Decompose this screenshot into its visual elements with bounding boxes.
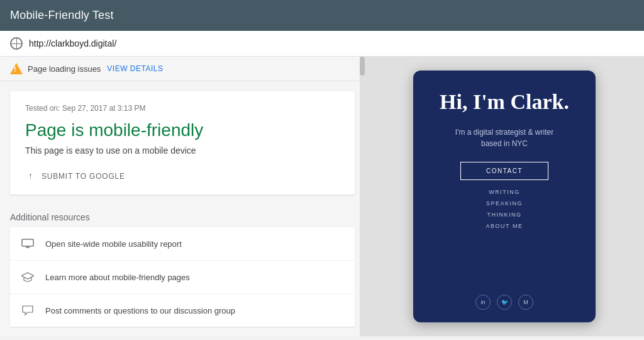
preview-nav-writing: WRITING <box>489 189 520 195</box>
svg-rect-0 <box>22 239 33 246</box>
warning-icon <box>10 63 23 74</box>
url-display[interactable]: http://clarkboyd.digital/ <box>29 38 116 48</box>
url-bar: http://clarkboyd.digital/ <box>0 31 644 57</box>
upload-icon <box>25 171 36 182</box>
left-panel: Page loading issues VIEW DETAILS Tested … <box>0 57 365 336</box>
resource-item-1[interactable]: Open site-wide mobile usability report <box>10 227 355 261</box>
warning-bar: Page loading issues VIEW DETAILS <box>0 57 365 81</box>
submit-label: SUBMIT TO GOOGLE <box>42 172 125 181</box>
preview-nav-about: ABOUT ME <box>486 223 523 229</box>
resource-label-2: Learn more about mobile-friendly pages <box>45 273 190 282</box>
resource-label-1: Open site-wide mobile usability report <box>45 239 182 249</box>
twitter-icon: 🐦 <box>497 295 512 310</box>
resource-item-3[interactable]: Post comments or questions to our discus… <box>10 294 355 327</box>
tested-on-label: Tested on: Sep 27, 2017 at 3:13 PM <box>25 104 340 113</box>
mobile-friendly-description: This page is easy to use on a mobile dev… <box>25 145 340 156</box>
globe-icon <box>10 37 23 50</box>
result-card: Tested on: Sep 27, 2017 at 3:13 PM Page … <box>10 91 355 195</box>
preview-contact-button[interactable]: CONTACT <box>460 162 548 180</box>
app-header: Mobile-Friendly Test <box>0 0 644 31</box>
main-layout: Page loading issues VIEW DETAILS Tested … <box>0 57 644 336</box>
monitor-icon <box>20 236 35 251</box>
preview-subtitle: I'm a digital strategist & writerbased i… <box>455 127 553 149</box>
resource-item-2[interactable]: Learn more about mobile-friendly pages <box>10 261 355 294</box>
resource-label-3: Post comments or questions to our discus… <box>45 306 235 315</box>
resource-list: Open site-wide mobile usability report L… <box>10 227 355 327</box>
preview-social: in 🐦 M <box>475 295 533 310</box>
phone-preview: Hi, I'm Clark. I'm a digital strategist … <box>413 71 596 322</box>
preview-nav-thinking: THINKING <box>487 212 521 218</box>
preview-site-name: Hi, I'm Clark. <box>440 89 569 115</box>
preview-nav: WRITING SPEAKING THINKING ABOUT ME <box>486 189 523 229</box>
school-icon <box>20 269 35 285</box>
additional-resources-title: Additional resources <box>0 202 365 227</box>
app-title: Mobile-Friendly Test <box>10 9 114 21</box>
scroll-thumb[interactable] <box>360 57 365 76</box>
svg-marker-3 <box>21 273 34 279</box>
preview-nav-speaking: SPEAKING <box>486 200 523 207</box>
submit-to-google-button[interactable]: SUBMIT TO GOOGLE <box>25 171 125 182</box>
right-panel: Hi, I'm Clark. I'm a digital strategist … <box>365 57 644 336</box>
medium-icon: M <box>518 295 533 310</box>
warning-text: Page loading issues <box>28 64 101 74</box>
discussion-icon <box>20 303 35 318</box>
mobile-friendly-title: Page is mobile-friendly <box>25 120 340 140</box>
scroll-track[interactable] <box>360 57 365 336</box>
linkedin-icon: in <box>475 295 491 310</box>
view-details-link[interactable]: VIEW DETAILS <box>107 64 163 73</box>
